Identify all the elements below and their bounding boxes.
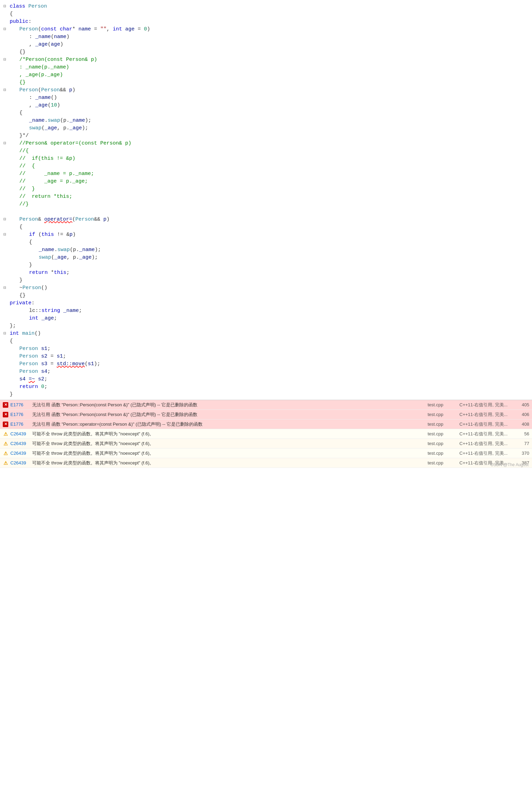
code-line: public: (0, 18, 532, 26)
code-content: // } (19, 185, 532, 193)
variable-token: s3 (41, 361, 47, 367)
plain-token: . (54, 247, 57, 253)
code-content: // _name = p._name; (19, 170, 532, 178)
code-content: Person s4; (19, 368, 532, 376)
function-token: swap (57, 247, 70, 253)
code-content: //{ (19, 147, 532, 155)
plain-token: } (19, 277, 22, 283)
plain-token: * (48, 270, 54, 276)
code-content: if (this != &p) (29, 231, 532, 239)
fold-gutter[interactable]: ⊟ (0, 3, 10, 10)
plain-token: ; (63, 353, 66, 359)
error-row[interactable]: ✕E1776无法引用 函数 "Person::Person(const Pers… (0, 410, 532, 419)
plain-token: () (41, 285, 47, 291)
code-line: // _name = p._name; (0, 170, 532, 178)
code-line: //{ (0, 147, 532, 155)
variable-token: s4 (19, 376, 26, 382)
fold-gutter[interactable]: ⊟ (0, 231, 10, 239)
plain-token: (p. (70, 247, 79, 253)
code-line: ⊟~Person() (0, 284, 532, 292)
code-line: ⊟Person(Person&& p) (0, 86, 532, 94)
code-content: { (29, 239, 532, 246)
plain-token (38, 315, 41, 321)
fold-gutter[interactable]: ⊟ (0, 140, 10, 147)
error-row[interactable]: ⚠C26439可能不全 throw 此类型的函数。将其声明为 "noexcept… (0, 439, 532, 449)
variable-token: _age (41, 315, 54, 321)
plain-token: , p. (57, 125, 69, 131)
comment-token: // _name = p._name; (19, 171, 94, 177)
error-line-number: 56 (515, 431, 529, 436)
fold-gutter[interactable]: ⊟ (0, 56, 10, 64)
error-config: C++11-右值引用, 完美... (459, 441, 511, 447)
plain-token: ) (66, 34, 69, 40)
code-content: // { (19, 163, 532, 170)
function-token: main (22, 331, 35, 336)
plain-token: ); (94, 361, 100, 367)
error-icon: ✕ (3, 422, 8, 427)
plain-token (57, 26, 60, 32)
fold-gutter[interactable]: ⊟ (0, 86, 10, 94)
error-file: test.cpp (428, 451, 455, 456)
plain-token: ); (85, 118, 91, 123)
plain-token: ( (48, 102, 51, 108)
plain-token: ( (51, 255, 54, 260)
number-token: 10 (51, 102, 57, 108)
error-row[interactable]: ✕E1776无法引用 函数 "Person::Person(const Pers… (0, 400, 532, 410)
fold-gutter[interactable]: ⊟ (0, 284, 10, 292)
function-token: swap (29, 125, 41, 131)
code-content: {} (19, 292, 532, 299)
plain-token (38, 361, 41, 367)
plain-token: }; (10, 323, 16, 329)
code-content: , _age(p._age) (19, 71, 532, 79)
code-content: swap(_age, p._age); (29, 124, 532, 132)
code-line: ⊟Person(const char* name = "", int age =… (0, 26, 532, 33)
code-line: { (0, 338, 532, 345)
fold-gutter[interactable]: ⊟ (0, 330, 10, 338)
plain-token (38, 353, 41, 359)
code-line: ⊟//Person& operator=(const Person& p) (0, 140, 532, 147)
variable-token: p (69, 232, 73, 238)
code-content: { (19, 109, 532, 117)
fold-gutter[interactable]: ⊟ (0, 216, 10, 223)
comment-token: //} (19, 201, 29, 207)
variable-token: name (54, 34, 66, 40)
plain-token: () (51, 95, 57, 101)
code-line: lc::string _name; (0, 307, 532, 315)
plain-token: != & (54, 232, 69, 238)
plain-token: ) (147, 26, 150, 32)
error-code: E1776 (10, 402, 29, 407)
keyword-token: int (29, 315, 38, 321)
fold-gutter[interactable]: ⊟ (0, 26, 10, 33)
code-content: Person& operator=(Person&& p) (19, 216, 532, 223)
error-config: C++11-右值引用, 完美... (459, 450, 511, 456)
code-line: // _age = p._age; (0, 178, 532, 185)
code-line: { (0, 223, 532, 231)
variable-token: _age (54, 255, 67, 260)
code-content: // return *this; (19, 193, 532, 201)
error-message: 无法引用 函数 "Person::Person(const Person &)"… (32, 402, 423, 408)
code-line: s4 =~ s2; (0, 376, 532, 383)
plain-token (60, 308, 63, 314)
error-row[interactable]: ⚠C26439可能不全 throw 此类型的函数。将其声明为 "noexcept… (0, 449, 532, 458)
error-config: C++11-右值引用, 完美... (459, 412, 511, 418)
variable-token: age (125, 26, 134, 32)
code-content: public: (10, 18, 532, 26)
number-token: 0 (41, 384, 44, 390)
plain-token: ) (73, 232, 76, 238)
error-row[interactable]: ⚠C26439可能不全 throw 此类型的函数。将其声明为 "noexcept… (0, 429, 532, 439)
error-row[interactable]: ✕E1776无法引用 函数 "Person::operator=(const P… (0, 419, 532, 429)
error-code: C26439 (10, 431, 29, 436)
error-line-number: 408 (515, 422, 529, 427)
string-token: "" (100, 26, 106, 32)
error-row[interactable]: ⚠C26439可能不全 throw 此类型的函数。将其声明为 "noexcept… (0, 458, 532, 468)
code-content: // _age = p._age; (19, 178, 532, 185)
plain-token: , (29, 102, 35, 108)
error-code: E1776 (10, 422, 29, 427)
variable-token: _age (35, 41, 48, 47)
code-content: class Person (10, 3, 532, 10)
error-code: C26439 (10, 460, 29, 465)
code-line: {} (0, 48, 532, 56)
code-content: //} (19, 201, 532, 208)
error-message: 可能不全 throw 此类型的函数。将其声明为 "noexcept" (f.6)… (32, 441, 423, 447)
warning-icon: ⚠ (3, 431, 8, 437)
